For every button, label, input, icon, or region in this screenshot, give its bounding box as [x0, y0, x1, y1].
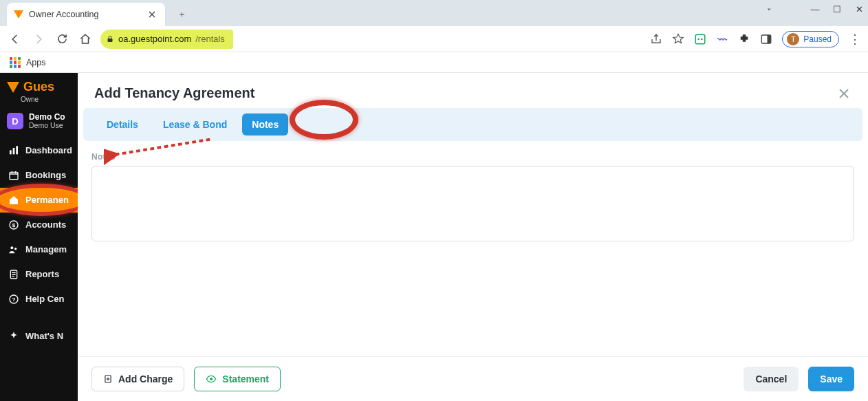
sidebar-item-label: Managem: [25, 244, 67, 254]
browser-menu-icon[interactable]: ⋮: [849, 33, 861, 45]
share-icon[interactable]: [650, 33, 662, 45]
sidebar-item-dashboard[interactable]: Dashboard: [0, 138, 78, 163]
svg-rect-5: [768, 35, 771, 43]
eye-icon: [206, 373, 217, 384]
favicon-icon: [14, 10, 23, 19]
tab-notes[interactable]: Notes: [242, 113, 288, 136]
notes-section: Notes: [78, 141, 868, 243]
apps-grid-icon[interactable]: [10, 57, 21, 68]
svg-point-19: [210, 378, 213, 380]
svg-rect-8: [16, 146, 18, 154]
modal-header: Add Tenancy Agreement: [78, 73, 868, 108]
svg-rect-1: [696, 34, 706, 44]
sidebar-item-permanent[interactable]: Permanen: [0, 188, 78, 213]
sidebar-item-label: Permanen: [25, 195, 69, 205]
nav-home-button[interactable]: [77, 31, 94, 47]
document-icon: [8, 269, 19, 280]
sidebar-item-label: Accounts: [25, 219, 66, 230]
extensions-icon[interactable]: [738, 33, 750, 45]
sidebar-item-label: Dashboard: [25, 145, 72, 155]
nav-reload-button[interactable]: [54, 31, 70, 47]
svg-point-13: [14, 248, 17, 250]
sidebar-item-help[interactable]: ? Help Cen: [0, 287, 78, 312]
statement-button[interactable]: Statement: [194, 367, 281, 391]
sidebar-item-label: Reports: [25, 269, 59, 279]
document-add-icon: [103, 374, 113, 384]
brand-subtitle: Owne: [0, 96, 78, 109]
nav-back-button[interactable]: [7, 31, 23, 47]
extension-green-icon[interactable]: [694, 33, 706, 45]
brand: Gues: [0, 73, 78, 96]
tab-title: Owner Accounting: [29, 10, 142, 19]
svg-point-2: [698, 38, 700, 40]
statement-label: Statement: [222, 373, 269, 384]
profile-paused-label: Paused: [803, 34, 832, 44]
sidebar-item-accounts[interactable]: $ Accounts: [0, 213, 78, 237]
profile-paused-button[interactable]: T Paused: [782, 31, 839, 47]
dollar-icon: $: [8, 219, 19, 230]
brand-name: Gues: [23, 80, 54, 94]
help-icon: ?: [8, 294, 19, 305]
url-domain: oa.guestpoint.com: [118, 34, 191, 44]
svg-rect-9: [10, 172, 18, 180]
window-maximize-button[interactable]: ☐: [832, 4, 842, 14]
sidebar: Gues Owne D Demo Co Demo Use Dashboard B…: [0, 73, 78, 401]
sparkle-icon: [8, 331, 19, 342]
browser-overflow-icon[interactable]: ˅: [767, 7, 772, 17]
modal-close-button[interactable]: [836, 86, 851, 101]
notes-label: Notes: [91, 152, 854, 162]
window-minimize-button[interactable]: —: [810, 4, 820, 14]
url-path: /rentals: [195, 34, 225, 44]
browser-tab[interactable]: Owner Accounting: [7, 3, 165, 26]
lock-icon: [106, 35, 114, 43]
apps-label[interactable]: Apps: [26, 58, 46, 67]
sidebar-item-label: Bookings: [25, 170, 66, 180]
modal-tabbar: Details Lease & Bond Notes: [83, 108, 862, 141]
notes-textarea[interactable]: [91, 166, 854, 241]
svg-rect-7: [13, 148, 15, 154]
sidebar-item-management[interactable]: Managem: [0, 237, 78, 262]
bookmark-star-icon[interactable]: [672, 33, 684, 45]
tab-lease-bond[interactable]: Lease & Bond: [153, 113, 237, 136]
address-bar[interactable]: oa.guestpoint.com/rentals: [100, 30, 233, 49]
tenancy-modal: Add Tenancy Agreement Details Lease & Bo…: [78, 73, 868, 401]
calendar-icon: [8, 170, 19, 181]
users-icon: [8, 244, 19, 255]
org-badge: D: [7, 113, 23, 129]
svg-rect-6: [10, 150, 12, 154]
add-charge-button[interactable]: Add Charge: [91, 367, 184, 391]
sidebar-item-label: Help Cen: [25, 294, 64, 304]
modal-footer: Add Charge Statement Cancel Save: [78, 356, 868, 401]
tab-close-icon[interactable]: [147, 10, 157, 19]
org-switcher[interactable]: D Demo Co Demo Use: [0, 109, 78, 138]
window-close-button[interactable]: ✕: [854, 4, 864, 14]
org-user: Demo Use: [29, 122, 65, 130]
chart-icon: [8, 145, 19, 156]
sidebar-item-label: What's N: [25, 331, 63, 341]
app-area: Gues Owne D Demo Co Demo Use Dashboard B…: [0, 73, 868, 401]
browser-toolbar: oa.guestpoint.com/rentals T Paused ⋮: [0, 26, 868, 52]
add-charge-label: Add Charge: [118, 373, 173, 384]
brand-logo-icon: [7, 82, 19, 93]
sidebar-item-reports[interactable]: Reports: [0, 262, 78, 287]
tab-details[interactable]: Details: [97, 113, 148, 136]
nav-forward-button[interactable]: [30, 31, 47, 47]
toolbar-actions: T Paused ⋮: [650, 31, 861, 47]
modal-title: Add Tenancy Agreement: [94, 85, 254, 101]
sidebar-item-whats-new[interactable]: What's N: [0, 324, 78, 349]
sidepanel-icon[interactable]: [760, 33, 772, 45]
bookmarks-bar: Apps: [0, 52, 868, 73]
cancel-button[interactable]: Cancel: [744, 367, 799, 391]
sidebar-item-bookings[interactable]: Bookings: [0, 163, 78, 188]
save-button[interactable]: Save: [808, 367, 854, 391]
svg-text:?: ?: [12, 296, 16, 302]
main-pane: Add Tenancy Agreement Details Lease & Bo…: [78, 73, 868, 401]
svg-point-3: [701, 38, 703, 40]
house-icon: [8, 195, 19, 206]
browser-tabstrip: Owner Accounting ＋ ˅ — ☐ ✕: [0, 0, 868, 26]
new-tab-button[interactable]: ＋: [172, 5, 191, 24]
svg-rect-0: [108, 39, 113, 42]
svg-text:$: $: [12, 221, 16, 228]
extension-wave-icon[interactable]: [716, 33, 728, 45]
svg-point-12: [10, 246, 13, 249]
